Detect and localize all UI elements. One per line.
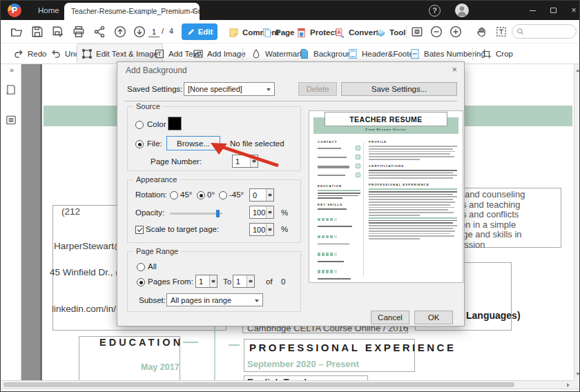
redo-icon [13,48,24,59]
skill-rating-squares [318,281,338,283]
file-radio[interactable] [135,140,144,148]
rotation-neg45-radio[interactable] [219,191,227,199]
dialog-title: Add Background [126,66,187,75]
spinner-arrows[interactable] [266,224,273,235]
add-image-icon [193,48,204,59]
thumbnails-panel-icon[interactable] [5,84,17,96]
doc-profile-frag-2: s and teaching [462,199,521,210]
rotation-spinner[interactable]: 0 [249,188,274,202]
preview-skill-item [318,244,360,259]
dialog-close-icon[interactable]: × [452,64,457,75]
scale-spinner[interactable]: 100 [249,223,274,236]
select-text-icon[interactable] [495,26,508,38]
watermark-icon [251,48,262,59]
page-range-group: Page Range All Pages From: 1 To 1 of 0 S… [127,251,301,312]
tab-document[interactable]: Teacher-Resume-Example_Premium-Green × [64,3,200,20]
skill-rating-squares [318,246,338,258]
pages-from-radio[interactable] [137,278,145,286]
to-page-value: 1 [236,277,240,286]
rotation-0-radio[interactable] [197,191,205,199]
page-range-group-label: Page Range [133,247,181,255]
spinner-arrows[interactable] [246,275,254,287]
previous-page-icon[interactable] [114,26,126,38]
page-number-input[interactable] [148,27,160,37]
scale-checkbox[interactable] [135,226,144,234]
save-as-icon[interactable] [52,26,64,38]
preview-certifications-heading: CERTIFICATIONS [369,164,457,168]
to-label: To [223,277,231,286]
account-avatar[interactable] [455,3,469,17]
text-line-placeholder [369,220,457,224]
window-close-button[interactable]: × [563,1,580,20]
tab-page[interactable]: Page [262,25,295,40]
add-image-button[interactable]: Add Image [188,43,250,63]
opacity-slider[interactable] [170,213,222,215]
share-icon[interactable] [93,26,106,38]
open-file-icon[interactable] [10,26,23,38]
horizontal-scrollbar[interactable] [1,380,574,389]
help-icon[interactable]: ? [429,5,441,17]
scroll-up-icon[interactable] [576,67,580,72]
dialog-divider [124,101,457,101]
doc-tab-close-icon[interactable]: × [191,3,196,20]
preview-contact-item [318,173,360,182]
tab-tool[interactable]: Tool [376,25,405,40]
redo-button[interactable]: Redo [9,43,51,63]
opacity-spinner[interactable]: 100 [249,206,274,219]
search-field[interactable] [512,24,577,39]
print-icon[interactable] [72,26,85,38]
bookmarks-panel-icon[interactable] [5,114,17,126]
window-maximize-button[interactable] [543,1,563,20]
tab-convert[interactable]: A Convert [335,25,378,40]
tab-edit[interactable]: Edit [182,23,218,40]
tab-protect[interactable]: Protect [296,25,338,40]
app-logo-icon[interactable]: P [8,3,21,17]
all-pages-radio[interactable] [137,263,145,271]
zoom-out-icon[interactable] [430,26,443,38]
main-toolbar: / 4 Edit Comment Page Protect A Convert … [1,20,580,43]
ok-button[interactable]: OK [414,311,453,324]
next-page-icon[interactable] [133,26,146,38]
subset-dropdown[interactable]: All pages in range [166,293,263,306]
fit-width-icon[interactable] [411,26,423,38]
subset-label: Subset: [139,296,166,304]
preview-key-skills-heading: KEY SKILLS [318,203,360,206]
rotation-value: 0 [253,191,257,199]
scroll-down-icon[interactable] [576,373,580,378]
preview-column-divider [363,141,364,277]
vertical-scrollbar[interactable] [574,64,580,380]
hand-tool-icon[interactable] [476,26,488,38]
save-icon[interactable] [31,26,44,38]
preview-skill-item [318,278,360,283]
from-page-spinner[interactable]: 1 [195,275,218,288]
linkedin-icon [356,173,360,177]
crop-button[interactable]: Crop [477,43,517,63]
color-radio[interactable] [135,121,144,129]
green-dash-education [183,342,198,343]
rotation-45-radio[interactable] [170,191,178,199]
rotation-neg45-label: -45° [229,190,244,199]
saved-settings-dropdown[interactable]: [None specified] [184,82,275,96]
opacity-slider-thumb[interactable] [216,210,220,217]
expand-panel-icon[interactable]: » [10,66,14,74]
delete-button: Delete [298,82,337,96]
scroll-right-icon[interactable] [567,383,572,387]
search-icon [516,28,524,35]
preview-resume-subtitle: From Resume Genius [309,128,463,131]
cancel-button[interactable]: Cancel [371,311,409,324]
horizontal-scroll-thumb[interactable] [3,382,514,387]
email-icon [356,155,360,159]
total-pages-value: 0 [281,277,285,286]
spinner-arrows[interactable] [209,275,217,287]
color-swatch[interactable] [168,117,182,130]
tab-home[interactable]: Home [28,1,69,20]
search-input[interactable] [527,27,568,36]
zoom-in-icon[interactable] [450,26,462,38]
window-minimize-button[interactable] [522,1,543,20]
page-number-label: Page Number: [151,157,202,166]
doc-contact-address: 45 Winfield Dr., ( [50,267,119,277]
spinner-arrows[interactable] [266,189,273,201]
to-page-spinner[interactable]: 1 [233,275,255,288]
save-settings-button[interactable]: Save Settings... [341,82,457,96]
spinner-arrows[interactable] [266,206,273,218]
